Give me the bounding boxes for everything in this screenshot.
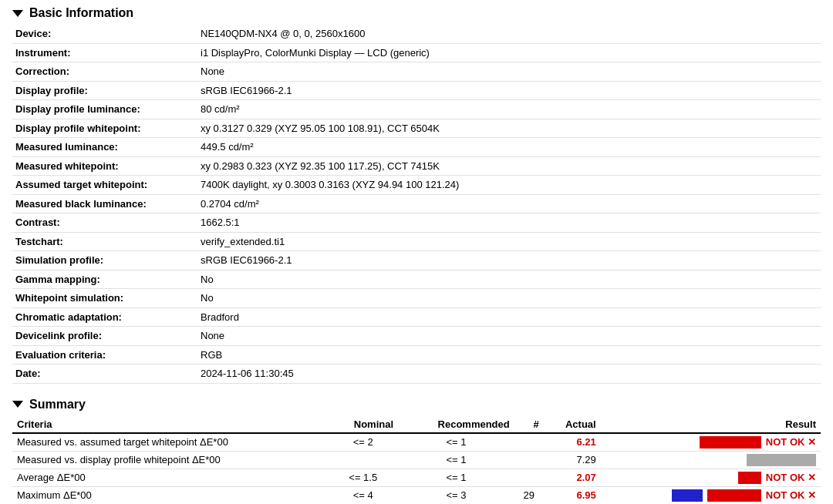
row-value: Bradford bbox=[197, 307, 821, 327]
summary-recommended: <= 1 bbox=[398, 451, 514, 469]
table-row: Display profile whitepoint:xy 0.3127 0.3… bbox=[12, 119, 821, 138]
summary-count bbox=[514, 451, 544, 469]
col-recommended: Recommended bbox=[398, 416, 514, 433]
bar-red bbox=[738, 472, 761, 484]
summary-result: NOT OK ✕ bbox=[601, 486, 821, 504]
row-label: Display profile luminance: bbox=[12, 100, 197, 119]
table-row: Chromatic adaptation:Bradford bbox=[12, 307, 821, 327]
row-value: None bbox=[197, 327, 821, 346]
table-row: Measured vs. display profile whitepoint … bbox=[12, 451, 821, 469]
col-criteria: Criteria bbox=[12, 416, 328, 433]
summary-criteria: Measured vs. assumed target whitepoint Δ… bbox=[12, 433, 328, 452]
col-count: # bbox=[514, 416, 544, 433]
basic-info-section: Basic Information Device:NE140QDM-NX4 @ … bbox=[12, 6, 821, 384]
collapse-triangle-summary-icon[interactable] bbox=[12, 401, 23, 408]
summary-actual: 6.95 bbox=[544, 486, 601, 504]
table-row: Display profile:sRGB IEC61966-2.1 bbox=[12, 81, 821, 100]
summary-section: Summary Criteria Nominal Recommended # A… bbox=[12, 398, 821, 505]
row-value: None bbox=[197, 62, 821, 82]
row-label: Date: bbox=[12, 365, 197, 384]
row-value: i1 DisplayPro, ColorMunki Display — LCD … bbox=[197, 43, 821, 62]
table-row: Maximum ΔE*00 <= 4 <= 3 29 6.95 NOT OK ✕ bbox=[12, 486, 821, 504]
summary-result: NOT OK ✕ bbox=[601, 469, 821, 486]
summary-recommended: <= 1 bbox=[398, 469, 514, 486]
table-row: Whitepoint simulation:No bbox=[12, 289, 821, 308]
table-row: Gamma mapping:No bbox=[12, 270, 821, 289]
row-value: verify_extended.ti1 bbox=[197, 232, 821, 251]
bar-gray bbox=[747, 454, 816, 466]
table-row: Testchart:verify_extended.ti1 bbox=[12, 232, 821, 251]
collapse-triangle-icon[interactable] bbox=[12, 10, 23, 17]
result-notok: NOT OK ✕ bbox=[766, 436, 816, 448]
summary-count bbox=[514, 469, 544, 486]
row-label: Measured luminance: bbox=[12, 138, 197, 157]
row-value: xy 0.2983 0.323 (XYZ 92.35 100 117.25), … bbox=[197, 156, 821, 176]
summary-result: NOT OK ✕ bbox=[601, 433, 821, 452]
basic-info-table: Device:NE140QDM-NX4 @ 0, 0, 2560x1600Ins… bbox=[12, 25, 821, 384]
col-actual: Actual bbox=[544, 416, 601, 433]
summary-criteria: Maximum ΔE*00 bbox=[12, 486, 328, 504]
table-row: Measured black luminance:0.2704 cd/m² bbox=[12, 194, 821, 213]
table-row: Simulation profile:sRGB IEC61966-2.1 bbox=[12, 251, 821, 270]
row-value: 449.5 cd/m² bbox=[197, 138, 821, 157]
row-value: 80 cd/m² bbox=[197, 100, 821, 119]
summary-result bbox=[601, 451, 821, 469]
row-label: Display profile whitepoint: bbox=[12, 119, 197, 138]
summary-title: Summary bbox=[29, 398, 86, 412]
table-row: Measured vs. assumed target whitepoint Δ… bbox=[12, 433, 821, 452]
row-value: xy 0.3127 0.329 (XYZ 95.05 100 108.91), … bbox=[197, 119, 821, 138]
table-row: Date:2024-11-06 11:30:45 bbox=[12, 365, 821, 384]
row-label: Whitepoint simulation: bbox=[12, 289, 197, 308]
table-row: Instrument:i1 DisplayPro, ColorMunki Dis… bbox=[12, 43, 821, 62]
col-nominal: Nominal bbox=[328, 416, 398, 433]
basic-info-title: Basic Information bbox=[29, 6, 133, 20]
summary-count: 29 bbox=[514, 486, 544, 504]
summary-actual: 6.21 bbox=[544, 433, 601, 452]
bar-blue bbox=[672, 489, 703, 502]
table-row: Contrast:1662.5:1 bbox=[12, 213, 821, 233]
summary-header: Summary bbox=[12, 398, 821, 412]
summary-count bbox=[514, 433, 544, 452]
table-row: Assumed target whitepoint:7400K daylight… bbox=[12, 176, 821, 195]
row-label: Assumed target whitepoint: bbox=[12, 176, 197, 195]
summary-recommended: <= 1 bbox=[398, 433, 514, 452]
row-label: Contrast: bbox=[12, 213, 197, 233]
row-label: Testchart: bbox=[12, 232, 197, 251]
summary-criteria: Measured vs. display profile whitepoint … bbox=[12, 451, 328, 469]
summary-criteria: Average ΔE*00 bbox=[12, 469, 328, 486]
row-label: Correction: bbox=[12, 62, 197, 82]
row-label: Device: bbox=[12, 25, 197, 43]
result-notok: NOT OK ✕ bbox=[766, 472, 816, 483]
row-label: Chromatic adaptation: bbox=[12, 307, 197, 327]
summary-actual: 2.07 bbox=[544, 469, 601, 486]
row-value: NE140QDM-NX4 @ 0, 0, 2560x1600 bbox=[197, 25, 821, 43]
summary-actual: 7.29 bbox=[544, 451, 601, 469]
table-row: Correction:None bbox=[12, 62, 821, 82]
row-value: No bbox=[197, 289, 821, 308]
bar-red bbox=[700, 436, 761, 449]
table-row: Device:NE140QDM-NX4 @ 0, 0, 2560x1600 bbox=[12, 25, 821, 43]
row-label: Evaluation criteria: bbox=[12, 345, 197, 365]
basic-info-header: Basic Information bbox=[12, 6, 821, 20]
row-label: Measured whitepoint: bbox=[12, 156, 197, 176]
table-row: Average ΔE*00 <= 1.5 <= 1 2.07 NOT OK ✕ bbox=[12, 469, 821, 486]
row-value: 1662.5:1 bbox=[197, 213, 821, 233]
row-label: Devicelink profile: bbox=[12, 327, 197, 346]
col-result: Result bbox=[601, 416, 821, 433]
summary-nominal: <= 4 bbox=[328, 486, 398, 504]
row-value: sRGB IEC61966-2.1 bbox=[197, 81, 821, 100]
row-label: Instrument: bbox=[12, 43, 197, 62]
row-value: 7400K daylight, xy 0.3003 0.3163 (XYZ 94… bbox=[197, 176, 821, 195]
row-value: RGB bbox=[197, 345, 821, 365]
summary-table: Criteria Nominal Recommended # Actual Re… bbox=[12, 416, 821, 505]
bar-red bbox=[707, 489, 761, 502]
row-value: 2024-11-06 11:30:45 bbox=[197, 365, 821, 384]
row-label: Display profile: bbox=[12, 81, 197, 100]
row-value: No bbox=[197, 270, 821, 289]
row-label: Gamma mapping: bbox=[12, 270, 197, 289]
summary-nominal: <= 2 bbox=[328, 433, 398, 452]
table-row: Display profile luminance:80 cd/m² bbox=[12, 100, 821, 119]
table-row: Measured whitepoint:xy 0.2983 0.323 (XYZ… bbox=[12, 156, 821, 176]
summary-nominal: <= 1.5 bbox=[328, 469, 398, 486]
row-value: 0.2704 cd/m² bbox=[197, 194, 821, 213]
